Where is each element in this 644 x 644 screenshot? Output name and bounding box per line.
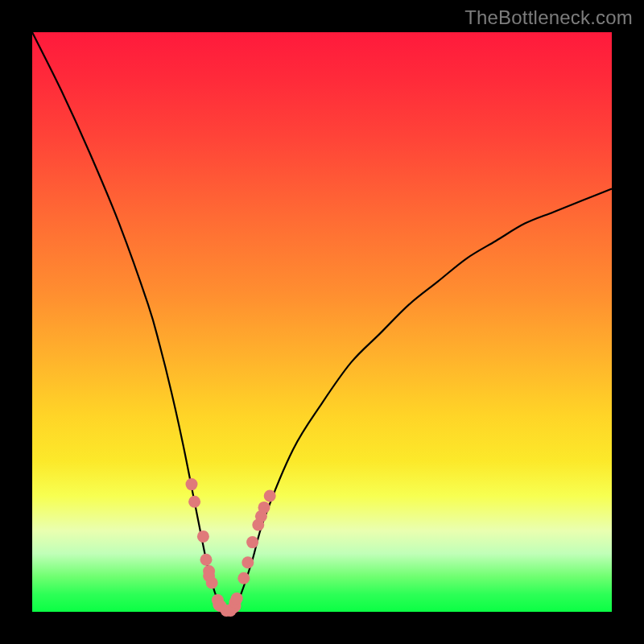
highlight-dot (186, 478, 198, 490)
plot-area (32, 32, 612, 612)
highlight-dot (206, 577, 218, 589)
highlight-dot (188, 496, 200, 508)
highlight-dot (264, 490, 276, 502)
highlight-dot (200, 554, 213, 566)
chart-svg (32, 32, 612, 612)
highlight-dot (237, 572, 250, 584)
highlight-dot (231, 592, 243, 605)
highlight-dot (197, 530, 209, 543)
watermark-text: TheBottleneck.com (464, 6, 633, 29)
chart-frame: TheBottleneck.com (0, 0, 644, 644)
highlight-dot (246, 536, 258, 548)
highlight-dot (242, 556, 254, 568)
bottleneck-curve (32, 32, 612, 613)
highlight-dots (186, 478, 276, 617)
highlight-dot (258, 502, 270, 514)
